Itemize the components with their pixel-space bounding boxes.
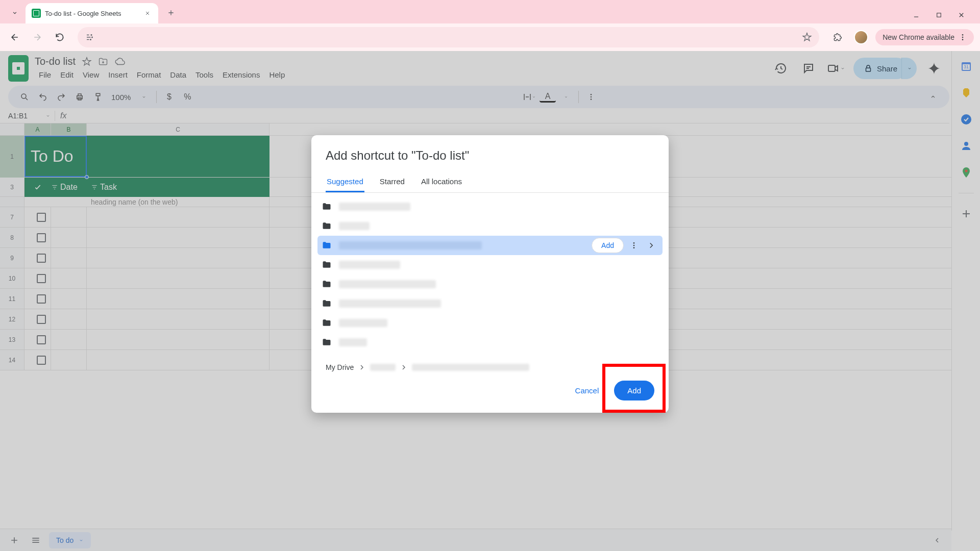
svg-point-7 <box>962 34 964 36</box>
folder-name-redacted <box>339 261 400 269</box>
modal-overlay: Add shortcut to "To-do list" Suggested S… <box>0 51 980 551</box>
folder-row[interactable]: Add <box>317 236 663 255</box>
folder-row[interactable] <box>317 255 663 274</box>
window-controls <box>912 10 976 23</box>
modal-title: Add shortcut to "To-do list" <box>311 135 669 172</box>
add-button[interactable]: Add <box>614 381 654 400</box>
folder-row[interactable] <box>317 274 663 294</box>
tab-title: To-do list - Google Sheets <box>45 10 139 17</box>
folder-name-redacted <box>339 241 482 249</box>
close-window-button[interactable] <box>957 10 966 19</box>
tab-strip: To-do list - Google Sheets <box>0 0 980 23</box>
more-vert-icon <box>959 33 967 41</box>
folder-row[interactable] <box>317 197 663 216</box>
folder-icon <box>322 221 332 231</box>
folder-icon <box>322 240 332 251</box>
folder-list: Add <box>311 193 669 356</box>
tab-starred[interactable]: Starred <box>379 172 406 192</box>
plus-icon <box>167 9 175 17</box>
folder-row[interactable] <box>317 313 663 333</box>
svg-rect-0 <box>937 13 941 17</box>
svg-point-27 <box>633 247 635 248</box>
puzzle-icon <box>832 32 843 42</box>
svg-point-9 <box>962 39 964 40</box>
folder-icon <box>322 279 332 289</box>
modal-breadcrumb: My Drive <box>311 356 669 371</box>
folder-icon <box>322 337 332 347</box>
modal-tabs: Suggested Starred All locations <box>311 172 669 193</box>
svg-point-5 <box>91 37 93 38</box>
folder-row[interactable] <box>317 294 663 313</box>
close-icon <box>958 11 965 19</box>
svg-rect-2 <box>87 37 91 38</box>
avatar-icon <box>854 30 868 44</box>
folder-name-redacted <box>339 319 387 327</box>
svg-rect-1 <box>87 35 89 36</box>
modal-footer: Cancel Add <box>311 371 669 413</box>
browser-toolbar: New Chrome available <box>0 23 980 51</box>
svg-point-6 <box>90 39 91 40</box>
breadcrumb-redacted[interactable] <box>370 364 396 371</box>
cancel-button[interactable]: Cancel <box>568 381 606 400</box>
svg-point-8 <box>962 37 964 38</box>
maximize-icon <box>936 12 942 18</box>
browser-tab[interactable]: To-do list - Google Sheets <box>26 3 158 23</box>
back-button[interactable] <box>6 29 23 46</box>
forward-button[interactable] <box>29 29 46 46</box>
svg-rect-3 <box>87 39 89 40</box>
chevron-right-icon <box>358 363 366 371</box>
site-settings-icon[interactable] <box>85 32 95 42</box>
browser-chrome: To-do list - Google Sheets New Chrome av… <box>0 0 980 51</box>
reload-button[interactable] <box>51 29 68 46</box>
folder-row[interactable] <box>317 216 663 236</box>
address-bar[interactable] <box>78 27 819 47</box>
close-icon <box>144 10 151 16</box>
folder-name-redacted <box>339 299 441 308</box>
folder-row[interactable] <box>317 333 663 352</box>
minimize-button[interactable] <box>912 10 921 19</box>
arrow-right-icon <box>32 32 42 42</box>
tab-search-dropdown[interactable] <box>6 4 23 21</box>
folder-icon <box>322 318 332 328</box>
arrow-left-icon <box>10 32 20 42</box>
row-open-button[interactable] <box>644 238 658 253</box>
folder-name-redacted <box>339 338 367 346</box>
chevron-right-icon <box>647 241 656 250</box>
row-add-button[interactable]: Add <box>592 238 624 253</box>
sheets-favicon-icon <box>32 9 41 18</box>
folder-icon <box>322 260 332 270</box>
bookmark-button[interactable] <box>802 32 812 42</box>
folder-name-redacted <box>339 280 436 288</box>
folder-name-redacted <box>339 203 410 211</box>
svg-point-4 <box>91 34 92 36</box>
chevron-right-icon <box>400 363 408 371</box>
chrome-update-label: New Chrome available <box>883 33 954 41</box>
tab-close-button[interactable] <box>143 9 152 18</box>
profile-button[interactable] <box>852 28 870 46</box>
maximize-button[interactable] <box>934 10 943 19</box>
tab-suggested[interactable]: Suggested <box>326 172 364 192</box>
svg-point-25 <box>633 242 635 244</box>
new-tab-button[interactable] <box>162 4 180 21</box>
tab-all-locations[interactable]: All locations <box>420 172 463 192</box>
svg-point-26 <box>633 245 635 246</box>
star-icon <box>802 32 812 42</box>
reload-icon <box>55 32 65 42</box>
minimize-icon <box>913 11 920 18</box>
more-vert-icon <box>630 241 638 249</box>
chrome-update-button[interactable]: New Chrome available <box>875 29 974 45</box>
folder-icon <box>322 202 332 212</box>
breadcrumb-redacted[interactable] <box>412 364 529 371</box>
add-shortcut-modal: Add shortcut to "To-do list" Suggested S… <box>311 135 669 413</box>
folder-name-redacted <box>339 222 370 230</box>
chevron-down-icon <box>11 9 18 16</box>
extensions-button[interactable] <box>828 28 847 46</box>
row-more-button[interactable] <box>627 238 641 253</box>
sheets-app: To-do list FileEditViewInsertFormatDataT… <box>0 51 980 551</box>
folder-icon <box>322 298 332 309</box>
breadcrumb-root[interactable]: My Drive <box>326 363 354 371</box>
